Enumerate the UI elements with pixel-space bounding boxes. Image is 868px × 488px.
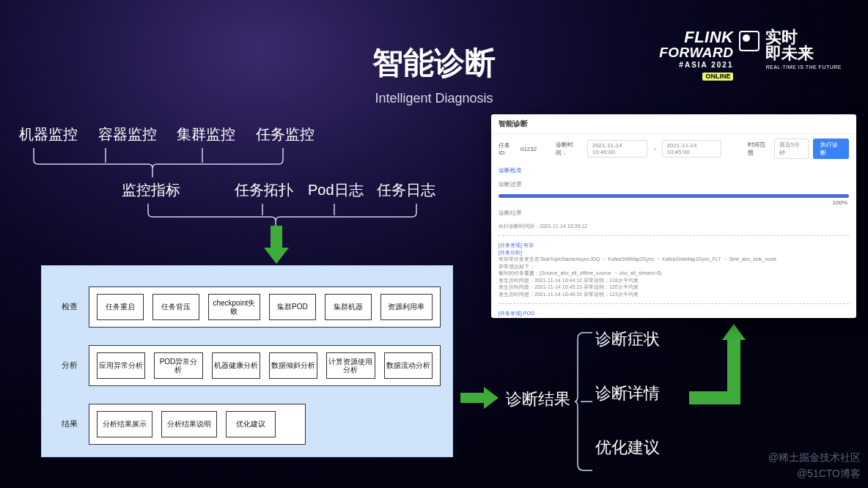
- cell: 计算资源使用分析: [326, 352, 375, 379]
- shot-form-row: 任务ID: 01232 诊断时间： 2021-11-14 10:40:00 → …: [491, 134, 856, 163]
- cell: 集群机器: [325, 294, 372, 320]
- top-categories: 机器监控 容器监控 集群监控 任务监控: [19, 125, 315, 144]
- mid-topology: 任务拓扑: [235, 180, 293, 200]
- arrow-l-icon: [689, 327, 748, 404]
- cat-task: 任务监控: [256, 125, 315, 144]
- shot-title: 智能诊断: [491, 114, 856, 134]
- cell: 应用异常分析: [97, 352, 145, 379]
- title-cn: 智能诊断: [0, 42, 868, 84]
- cell: 数据倾斜分析: [269, 352, 317, 379]
- time-to-input[interactable]: 2021-11-14 10:45:00: [662, 140, 722, 158]
- slide: { "title": {"cn": "智能诊断", "en": "Intelli…: [0, 0, 868, 488]
- right-labels: 诊断症状 诊断详情 优化建议: [595, 331, 660, 488]
- row-label-analyze: 分析: [55, 360, 84, 371]
- right-bracket: [575, 328, 594, 475]
- screenshot-panel: 智能诊断 任务ID: 01232 诊断时间： 2021-11-14 10:40:…: [491, 114, 856, 318]
- bracket-top: [19, 147, 298, 183]
- pipeline-panel: 检查 任务重启 任务背压 checkpoint失败 集群POD 集群机器 资源利…: [41, 265, 453, 457]
- cell: 数据流动分析: [384, 352, 433, 379]
- label-detail: 诊断详情: [595, 385, 660, 402]
- progress-label: 诊断进度: [491, 177, 856, 191]
- cell: checkpoint失败: [208, 294, 260, 320]
- arrow-down-icon: [264, 226, 289, 267]
- watermark-51cto: @51CTO博客: [797, 467, 861, 481]
- task-id-value: 01232: [521, 146, 537, 152]
- row-analyze: 应用异常分析 POD异常分析 机器健康分析 数据倾斜分析 计算资源使用分析 数据…: [89, 345, 441, 386]
- arrow-icon: →: [652, 146, 658, 152]
- time-label: 诊断时间：: [556, 141, 583, 157]
- cell: 优化建议: [226, 411, 276, 437]
- cell: 机器健康分析: [212, 352, 260, 379]
- progress-bar: [499, 194, 849, 198]
- row-label-result: 结果: [55, 418, 84, 429]
- label-symptom: 诊断症状: [595, 331, 660, 347]
- cell: 资源利用率: [380, 294, 433, 320]
- mid-metrics: 监控指标: [122, 180, 180, 200]
- title-en: Intelligent Diagnosis: [0, 91, 868, 106]
- cell: 分析结果展示: [97, 411, 152, 437]
- section-check: 诊断检查: [491, 163, 856, 177]
- cell: 集群POD: [269, 294, 316, 320]
- range-select[interactable]: 最近5分钟: [774, 138, 809, 159]
- time-from-input[interactable]: 2021-11-14 10:40:00: [587, 140, 647, 158]
- cell: POD异常分析: [154, 352, 202, 379]
- run-diagnosis-button[interactable]: 执行诊断: [813, 138, 849, 159]
- cat-container: 容器监控: [98, 125, 157, 144]
- mid-podlog: Pod日志: [308, 180, 364, 200]
- cat-cluster: 集群监控: [177, 125, 235, 144]
- result-time: 执行诊断时间段：2021-11-14 10:39:12: [491, 220, 856, 232]
- task-id-label: 任务ID:: [499, 141, 516, 156]
- row-check: 任务重启 任务背压 checkpoint失败 集群POD 集群机器 资源利用率: [89, 286, 441, 328]
- diagnosis-result-label: 诊断结果: [506, 388, 570, 410]
- section-result: 诊断结果: [491, 206, 856, 220]
- cell: 分析结果说明: [161, 411, 217, 437]
- cat-machine: 机器监控: [19, 125, 78, 144]
- progress-percent: 100%: [491, 199, 856, 206]
- label-suggestion: 优化建议: [595, 440, 660, 456]
- range-label: 时间范围: [748, 141, 769, 157]
- result-item-2: [任务发现] POD [任务分析] 没有发现异常POD [优化建议] 建议优化程…: [491, 307, 856, 318]
- cell: 任务重启: [97, 294, 144, 320]
- result-item-1: [任务发现] 有异 [任务分析] 有异常任务发生在TaskTopicNameAs…: [491, 239, 856, 300]
- cell: 任务背压: [152, 294, 199, 320]
- mid-tasklog: 任务日志: [377, 180, 435, 200]
- watermark-juejin: @稀土掘金技术社区: [768, 451, 861, 465]
- row-label-check: 检查: [55, 301, 84, 312]
- row-result: 分析结果展示 分析结果说明 优化建议: [89, 404, 306, 445]
- slide-title: 智能诊断 Intelligent Diagnosis: [0, 42, 868, 106]
